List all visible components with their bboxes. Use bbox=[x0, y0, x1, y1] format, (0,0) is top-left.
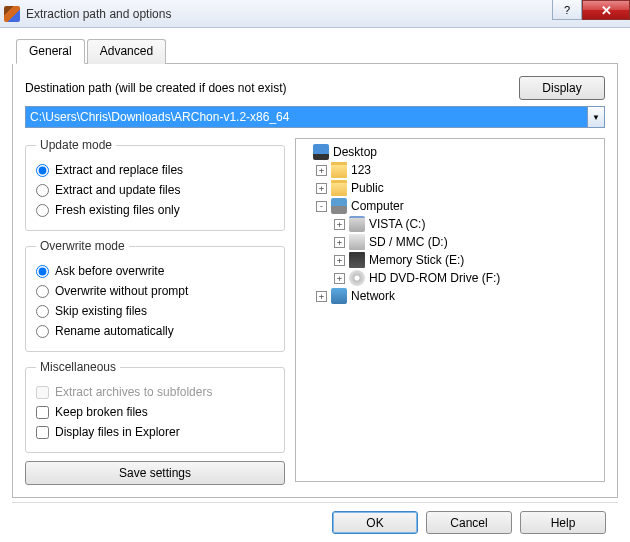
memorystick-icon bbox=[349, 252, 365, 268]
expand-icon[interactable]: + bbox=[334, 237, 345, 248]
radio-skip-existing[interactable] bbox=[36, 305, 49, 318]
ok-button[interactable]: OK bbox=[332, 511, 418, 534]
expand-icon[interactable]: + bbox=[316, 165, 327, 176]
misc-group: Miscellaneous Extract archives to subfol… bbox=[25, 360, 285, 453]
tree-dvd[interactable]: + HD DVD-ROM Drive (F:) bbox=[298, 269, 602, 287]
tree-public[interactable]: + Public bbox=[298, 179, 602, 197]
drive-icon bbox=[349, 216, 365, 232]
opt-rename-auto[interactable]: Rename automatically bbox=[36, 321, 274, 341]
expand-icon[interactable]: + bbox=[334, 255, 345, 266]
expand-icon[interactable]: + bbox=[316, 183, 327, 194]
overwrite-mode-group: Overwrite mode Ask before overwrite Over… bbox=[25, 239, 285, 352]
folder-icon bbox=[331, 162, 347, 178]
network-icon bbox=[331, 288, 347, 304]
destination-path-input[interactable] bbox=[26, 108, 587, 126]
help-button[interactable]: ? bbox=[552, 0, 582, 20]
destination-label: Destination path (will be created if doe… bbox=[25, 81, 511, 95]
winrar-icon bbox=[4, 6, 20, 22]
tree-sd[interactable]: + SD / MMC (D:) bbox=[298, 233, 602, 251]
opt-extract-replace[interactable]: Extract and replace files bbox=[36, 160, 274, 180]
sd-icon bbox=[349, 234, 365, 250]
folder-tree[interactable]: Desktop + 123 + Public - bbox=[295, 138, 605, 482]
tree-123[interactable]: + 123 bbox=[298, 161, 602, 179]
radio-fresh-only[interactable] bbox=[36, 204, 49, 217]
tree-vista[interactable]: + VISTA (C:) bbox=[298, 215, 602, 233]
overwrite-mode-legend: Overwrite mode bbox=[36, 239, 129, 253]
expand-icon[interactable]: + bbox=[334, 273, 345, 284]
tree-computer[interactable]: - Computer bbox=[298, 197, 602, 215]
opt-fresh-only[interactable]: Fresh existing files only bbox=[36, 200, 274, 220]
opt-extract-update[interactable]: Extract and update files bbox=[36, 180, 274, 200]
radio-ask-overwrite[interactable] bbox=[36, 265, 49, 278]
save-settings-button[interactable]: Save settings bbox=[25, 461, 285, 485]
collapse-icon[interactable]: - bbox=[316, 201, 327, 212]
display-button[interactable]: Display bbox=[519, 76, 605, 100]
dropdown-icon[interactable]: ▼ bbox=[587, 107, 604, 127]
radio-extract-update[interactable] bbox=[36, 184, 49, 197]
opt-display-explorer[interactable]: Display files in Explorer bbox=[36, 422, 274, 442]
expand-icon[interactable]: + bbox=[334, 219, 345, 230]
tree-network[interactable]: + Network bbox=[298, 287, 602, 305]
expand-icon[interactable]: + bbox=[316, 291, 327, 302]
dialog-footer: OK Cancel Help bbox=[12, 502, 618, 542]
opt-keep-broken[interactable]: Keep broken files bbox=[36, 402, 274, 422]
opt-ask-overwrite[interactable]: Ask before overwrite bbox=[36, 261, 274, 281]
tab-strip: General Advanced bbox=[16, 38, 618, 64]
tab-panel-general: Destination path (will be created if doe… bbox=[12, 64, 618, 498]
desktop-icon bbox=[313, 144, 329, 160]
update-mode-group: Update mode Extract and replace files Ex… bbox=[25, 138, 285, 231]
computer-icon bbox=[331, 198, 347, 214]
cancel-button[interactable]: Cancel bbox=[426, 511, 512, 534]
update-mode-legend: Update mode bbox=[36, 138, 116, 152]
check-keep-broken[interactable] bbox=[36, 406, 49, 419]
tab-advanced[interactable]: Advanced bbox=[87, 39, 166, 64]
opt-subfolders: Extract archives to subfolders bbox=[36, 382, 274, 402]
tree-desktop[interactable]: Desktop bbox=[298, 143, 602, 161]
tab-general[interactable]: General bbox=[16, 39, 85, 64]
dvd-icon bbox=[349, 270, 365, 286]
radio-extract-replace[interactable] bbox=[36, 164, 49, 177]
window-title: Extraction path and options bbox=[26, 7, 171, 21]
titlebar: Extraction path and options ? ✕ bbox=[0, 0, 630, 28]
check-display-explorer[interactable] bbox=[36, 426, 49, 439]
radio-overwrite-noprompt[interactable] bbox=[36, 285, 49, 298]
opt-overwrite-noprompt[interactable]: Overwrite without prompt bbox=[36, 281, 274, 301]
misc-legend: Miscellaneous bbox=[36, 360, 120, 374]
destination-path-combo[interactable]: ▼ bbox=[25, 106, 605, 128]
radio-rename-auto[interactable] bbox=[36, 325, 49, 338]
check-subfolders bbox=[36, 386, 49, 399]
opt-skip-existing[interactable]: Skip existing files bbox=[36, 301, 274, 321]
tree-memorystick[interactable]: + Memory Stick (E:) bbox=[298, 251, 602, 269]
folder-icon bbox=[331, 180, 347, 196]
help-button[interactable]: Help bbox=[520, 511, 606, 534]
close-button[interactable]: ✕ bbox=[582, 0, 630, 20]
